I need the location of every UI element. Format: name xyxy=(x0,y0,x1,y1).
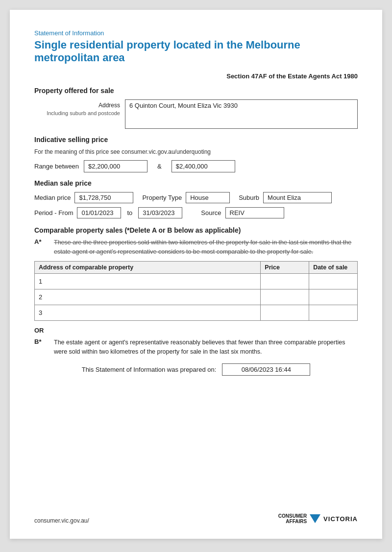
document-page: Statement of Information Single resident… xyxy=(10,10,382,539)
logo-victoria-text: VICTORIA xyxy=(323,515,358,523)
median-price-label: Median price xyxy=(34,194,71,201)
address-label: Address Including suburb and postcode xyxy=(34,99,125,117)
period-to-label: to xyxy=(127,209,132,216)
prepared-label: This Statement of Information was prepar… xyxy=(82,366,217,373)
title: Single residential property located in t… xyxy=(34,39,358,65)
comparable-heading: Comparable property sales (*Delete A or … xyxy=(34,226,358,234)
row-2-date xyxy=(309,289,358,305)
logo-top-row: CONSUMER AFFAIRS VICTORIA xyxy=(278,513,358,524)
property-type-field[interactable]: House xyxy=(186,192,230,203)
or-label: OR xyxy=(34,327,358,334)
subtitle: Statement of Information xyxy=(34,29,358,37)
option-b: B* The estate agent or agent's represent… xyxy=(34,338,358,357)
source-field[interactable]: REIV xyxy=(225,207,284,218)
table-row: 2 xyxy=(35,289,358,305)
price-to-field[interactable]: $2,400,000 xyxy=(172,160,235,172)
indicative-price-desc: For the meaning of this price see consum… xyxy=(34,148,358,155)
row-3-price xyxy=(261,305,309,321)
option-a-text: These are the three properties sold with… xyxy=(54,238,358,257)
row-1-num-address: 1 xyxy=(35,274,261,289)
address-row: Address Including suburb and postcode 6 … xyxy=(34,99,358,129)
row-2-num-address: 2 xyxy=(35,289,261,305)
price-row: Range between $2,200,000 & $2,400,000 xyxy=(34,160,358,172)
property-type-label: Property Type xyxy=(142,194,182,201)
median-price-heading: Median sale price xyxy=(34,179,358,187)
footer: consumer.vic.gov.au/ CONSUMER AFFAIRS VI… xyxy=(34,513,358,524)
median-price-field[interactable]: $1,728,750 xyxy=(74,192,133,203)
row-3-date xyxy=(309,305,358,321)
col-date-header: Date of sale xyxy=(309,262,358,274)
suburb-field[interactable]: Mount Eliza xyxy=(263,192,332,203)
period-to-field[interactable]: 31/03/2023 xyxy=(138,207,182,218)
table-row: 1 xyxy=(35,274,358,289)
col-price-header: Price xyxy=(261,262,309,274)
option-b-letter: B* xyxy=(34,338,48,345)
option-b-text: The estate agent or agent's representati… xyxy=(54,338,358,357)
option-a: A* These are the three properties sold w… xyxy=(34,238,358,257)
comparable-table: Address of comparable property Price Dat… xyxy=(34,261,358,321)
address-main-label: Address xyxy=(34,101,120,110)
row-1-price xyxy=(261,274,309,289)
row-2-price xyxy=(261,289,309,305)
suburb-label: Suburb xyxy=(239,194,259,201)
footer-website: consumer.vic.gov.au/ xyxy=(34,517,89,524)
property-section-heading: Property offered for sale xyxy=(34,87,358,95)
prepared-field: 08/06/2023 16:44 xyxy=(222,363,310,376)
cav-logo: CONSUMER AFFAIRS VICTORIA xyxy=(278,513,358,524)
address-sub-label: Including suburb and postcode xyxy=(34,110,120,117)
logo-consumer-text: CONSUMER xyxy=(278,513,307,519)
option-a-letter: A* xyxy=(34,238,48,245)
range-separator: & xyxy=(152,163,167,170)
period-from-field[interactable]: 01/01/2023 xyxy=(77,207,121,218)
prepared-row: This Statement of Information was prepar… xyxy=(34,363,358,376)
period-label: Period - From xyxy=(34,209,73,216)
address-field[interactable]: 6 Quinton Court, Mount Eliza Vic 3930 xyxy=(125,99,358,129)
vic-triangle-icon xyxy=(310,514,320,523)
range-label: Range between xyxy=(34,163,79,170)
act-reference: Section 47AF of the Estate Agents Act 19… xyxy=(34,72,358,80)
row-3-num-address: 3 xyxy=(35,305,261,321)
source-label: Source xyxy=(201,209,221,216)
median-row-2: Period - From 01/01/2023 to 31/03/2023 S… xyxy=(34,207,358,218)
table-row: 3 xyxy=(35,305,358,321)
median-row-1: Median price $1,728,750 Property Type Ho… xyxy=(34,192,358,203)
price-from-field[interactable]: $2,200,000 xyxy=(84,160,147,172)
row-1-date xyxy=(309,274,358,289)
col-address-header: Address of comparable property xyxy=(35,262,261,274)
indicative-price-heading: Indicative selling price xyxy=(34,136,358,144)
logo-affairs-text: AFFAIRS xyxy=(286,519,307,524)
